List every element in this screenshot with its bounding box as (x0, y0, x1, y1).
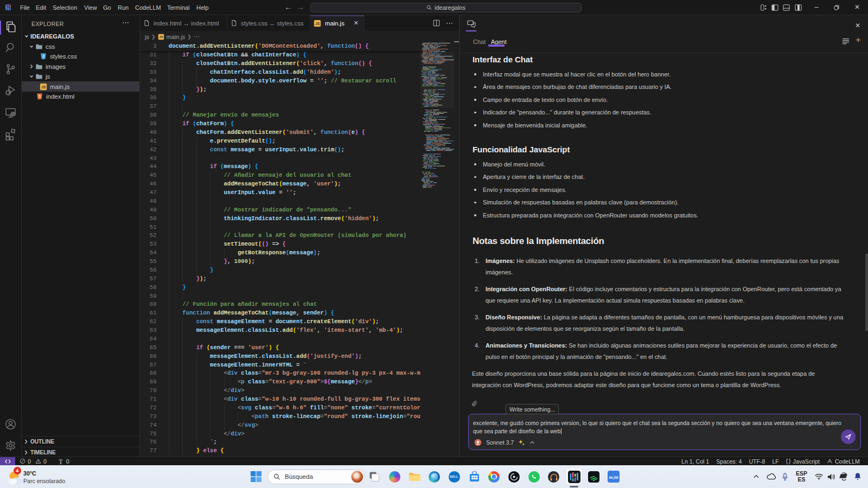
svg-text:JS: JS (315, 21, 320, 25)
svg-text:JS: JS (41, 85, 46, 88)
svg-text:m;ld: m;ld (609, 475, 618, 480)
svg-text:JS: JS (159, 35, 163, 38)
svg-text:3: 3 (42, 54, 44, 58)
svg-text:5: 5 (39, 94, 41, 98)
